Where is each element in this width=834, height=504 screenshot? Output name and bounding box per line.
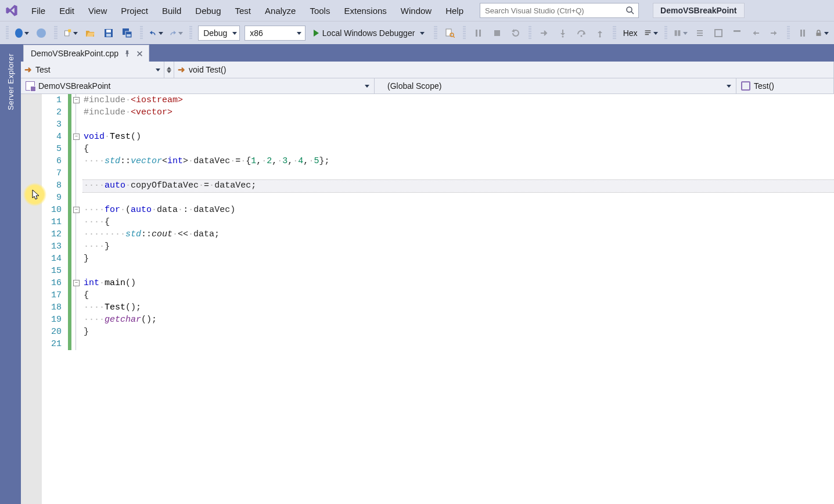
nav-updown[interactable]	[164, 62, 174, 78]
frame-right-button[interactable]	[766, 26, 782, 41]
outline-collapse-icon[interactable]: −	[73, 280, 80, 286]
step-into-button[interactable]	[555, 26, 571, 41]
nav-forward-button[interactable]	[33, 26, 49, 41]
class-nav-combo[interactable]: ➜ Test	[21, 62, 164, 78]
document-tab[interactable]: DemoVSBreakPoint.cpp	[23, 45, 149, 62]
left-sidebar: Server Explorer	[0, 44, 21, 504]
global-scope-combo[interactable]: (Global Scope)	[375, 78, 736, 93]
show-next-stmt-button[interactable]	[536, 26, 552, 41]
toolbar-grip-icon	[54, 26, 57, 40]
outline-collapse-icon[interactable]: −	[73, 97, 80, 103]
line-number: 19	[42, 314, 62, 326]
line-number: 5	[42, 143, 62, 155]
new-item-button[interactable]	[62, 26, 80, 41]
toolbar-grip-icon	[529, 26, 531, 40]
line-number: 16	[42, 277, 62, 289]
menu-file[interactable]: File	[26, 3, 51, 18]
menu-view[interactable]: View	[82, 3, 113, 18]
menu-build[interactable]: Build	[156, 3, 187, 18]
step-out-button[interactable]	[592, 26, 608, 41]
toolbar-grip-icon	[463, 26, 466, 40]
menu-project[interactable]: Project	[115, 3, 154, 18]
class-nav-label: Test	[35, 65, 51, 74]
open-button[interactable]	[82, 26, 98, 41]
code-text-area[interactable]: #include·<iostream>#include·<vector>void…	[82, 94, 834, 504]
line-number: 4	[42, 131, 62, 143]
save-all-button[interactable]	[119, 26, 135, 41]
close-icon[interactable]	[136, 49, 144, 57]
vs-logo-icon	[3, 2, 20, 19]
menu-window[interactable]: Window	[395, 3, 437, 18]
svg-rect-3	[68, 30, 71, 33]
undo-button[interactable]	[148, 26, 165, 41]
function-scope-combo[interactable]: Test()	[736, 78, 834, 93]
stop-button[interactable]	[489, 26, 505, 41]
svg-rect-24	[817, 33, 821, 36]
pin-icon[interactable]	[123, 49, 131, 57]
menu-edit[interactable]: Edit	[53, 3, 80, 18]
step-over-button[interactable]	[573, 26, 589, 41]
save-button[interactable]	[100, 26, 117, 41]
code-editor[interactable]: 123456789101112131415161718192021 −−−− #…	[21, 94, 834, 504]
outline-margin[interactable]: −−−−	[72, 94, 82, 504]
search-icon	[626, 6, 635, 15]
platform-combo[interactable]: x86	[245, 26, 305, 41]
find-in-files-button[interactable]	[442, 26, 458, 41]
arrow-right-icon: ➜	[24, 64, 32, 75]
change-indicator-margin	[67, 94, 72, 504]
config-combo[interactable]: Debug	[198, 26, 240, 41]
server-explorer-tab[interactable]: Server Explorer	[4, 46, 17, 117]
toolbar-grip-icon	[664, 26, 667, 40]
svg-point-18	[599, 36, 601, 38]
stack-frame-button[interactable]	[672, 26, 689, 41]
line-number: 10	[42, 204, 62, 216]
outline-collapse-icon[interactable]: −	[73, 207, 80, 213]
line-number: 12	[42, 228, 62, 240]
redo-button[interactable]	[167, 26, 185, 41]
line-number: 6	[42, 155, 62, 167]
quick-search-box[interactable]	[480, 3, 639, 18]
debug-dropdown-button[interactable]	[642, 26, 660, 41]
ifdef-button[interactable]	[795, 26, 811, 41]
frame-down-button[interactable]	[729, 26, 745, 41]
start-debug-button[interactable]: Local Windows Debugger	[309, 26, 430, 41]
quick-search-input[interactable]	[484, 6, 626, 16]
member-nav-label: void Test()	[189, 65, 226, 74]
svg-rect-15	[494, 30, 500, 36]
chevron-up-icon	[167, 67, 171, 70]
hex-toggle[interactable]: Hex	[621, 28, 640, 38]
debug-label: Local Windows Debugger	[322, 28, 415, 38]
line-number: 18	[42, 301, 62, 314]
menu-tools[interactable]: Tools	[304, 3, 336, 18]
line-number: 11	[42, 216, 62, 228]
toolbar-grip-icon	[787, 26, 790, 40]
svg-point-0	[627, 7, 632, 12]
document-tab-strip: DemoVSBreakPoint.cpp	[21, 44, 834, 62]
thread-button[interactable]	[692, 26, 708, 41]
lock-button[interactable]	[813, 26, 831, 41]
platform-label: x86	[250, 28, 263, 38]
svg-rect-5	[106, 30, 111, 33]
svg-rect-14	[479, 30, 481, 37]
menu-help[interactable]: Help	[440, 3, 469, 18]
process-button[interactable]	[710, 26, 727, 41]
line-number: 20	[42, 326, 62, 338]
menu-extensions[interactable]: Extensions	[338, 3, 392, 18]
line-number: 9	[42, 192, 62, 204]
menu-debug[interactable]: Debug	[189, 3, 227, 18]
project-scope-combo[interactable]: DemoVSBreakPoint	[21, 78, 375, 93]
pause-button[interactable]	[470, 26, 487, 41]
breakpoint-margin[interactable]	[21, 94, 42, 504]
menu-test[interactable]: Test	[229, 3, 257, 18]
menu-analyze[interactable]: Analyze	[259, 3, 301, 18]
outline-collapse-icon[interactable]: −	[73, 134, 80, 140]
chevron-down-icon	[167, 70, 171, 73]
global-scope-label: (Global Scope)	[387, 81, 441, 91]
nav-back-button[interactable]	[13, 26, 31, 41]
frame-left-button[interactable]	[747, 26, 764, 41]
line-number: 17	[42, 289, 62, 301]
restart-button[interactable]	[508, 26, 524, 41]
member-nav-combo[interactable]: ➜ void Test()	[174, 62, 834, 78]
config-label: Debug	[203, 28, 227, 38]
line-number: 8	[42, 179, 62, 192]
